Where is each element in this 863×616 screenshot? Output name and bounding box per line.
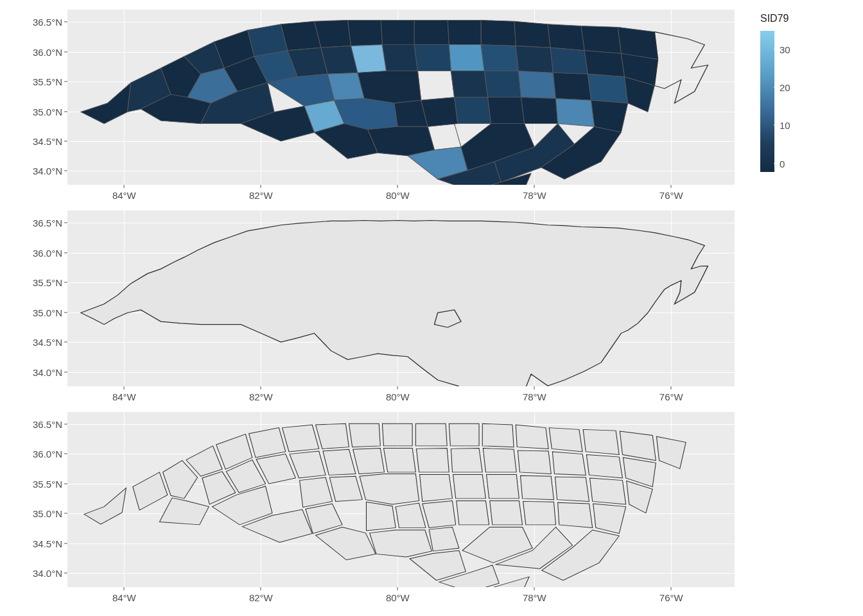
y-tick-label: 34.0°N — [33, 568, 62, 579]
legend-tick-label: 20 — [780, 82, 790, 93]
plot-area-1[interactable] — [67, 10, 735, 185]
y-tick-label: 36.0°N — [33, 46, 62, 57]
y-tick-label: 35.5°N — [33, 277, 62, 288]
y-tick-label: 34.0°N — [33, 166, 62, 176]
x-axis-2: 84°W 82°W 80°W 78°W 76°W — [13, 386, 735, 406]
x-tick-label: 76°W — [659, 592, 683, 603]
x-tick-label: 82°W — [249, 391, 273, 402]
y-axis-2: 36.5°N 36.0°N 35.5°N 35.0°N 34.5°N 34.0°… — [13, 210, 67, 386]
x-tick-label: 84°W — [112, 190, 136, 201]
y-tick-label: 36.5°N — [33, 17, 62, 28]
y-tick-label: 36.0°N — [33, 449, 62, 459]
legend: SID79 30 20 10 0 — [735, 10, 850, 606]
y-tick-label: 34.5°N — [33, 538, 62, 549]
panel-outline: 36.5°N 36.0°N 35.5°N 35.0°N 34.5°N 34.0°… — [13, 210, 735, 405]
panel-stack: 36.5°N 36.0°N 35.5°N 35.0°N 34.5°N 34.0°… — [13, 10, 735, 606]
x-tick-label: 76°W — [659, 391, 683, 402]
legend-title: SID79 — [760, 13, 850, 24]
x-tick-label: 76°W — [659, 190, 683, 201]
legend-colorbar — [760, 31, 774, 172]
choropleth-map — [67, 10, 735, 185]
x-tick-label: 78°W — [523, 190, 546, 201]
y-tick-label: 36.5°N — [33, 218, 62, 228]
x-tick-label: 78°W — [523, 592, 546, 603]
y-tick-label: 35.0°N — [33, 508, 62, 519]
x-tick-label: 80°W — [386, 190, 410, 201]
x-axis-1: 84°W 82°W 80°W 78°W 76°W — [13, 185, 735, 204]
legend-tick-label: 30 — [780, 44, 790, 55]
y-tick-label: 34.0°N — [33, 366, 62, 377]
x-tick-label: 80°W — [386, 592, 410, 603]
simplified-map — [67, 412, 735, 587]
y-tick-label: 36.5°N — [33, 418, 62, 429]
x-tick-label: 84°W — [112, 391, 136, 402]
panel-choropleth: 36.5°N 36.0°N 35.5°N 35.0°N 34.5°N 34.0°… — [13, 10, 735, 204]
x-tick-label: 78°W — [523, 391, 546, 402]
y-tick-label: 35.5°N — [33, 478, 62, 489]
plot-area-2[interactable] — [67, 210, 735, 386]
x-tick-label: 82°W — [249, 190, 273, 201]
y-axis-3: 36.5°N 36.0°N 35.5°N 35.0°N 34.5°N 34.0°… — [13, 412, 67, 587]
legend-tick-label: 10 — [780, 120, 790, 131]
y-tick-label: 34.5°N — [33, 135, 62, 146]
y-tick-label: 35.5°N — [33, 76, 62, 87]
legend-tick-label: 0 — [780, 158, 785, 169]
y-tick-label: 35.0°N — [33, 307, 62, 318]
y-tick-label: 35.0°N — [33, 106, 62, 117]
y-axis-1: 36.5°N 36.0°N 35.5°N 35.0°N 34.5°N 34.0°… — [13, 10, 67, 185]
outline-map — [67, 210, 735, 386]
plot-area-3[interactable] — [67, 412, 735, 587]
x-tick-label: 80°W — [386, 391, 410, 402]
y-tick-label: 36.0°N — [33, 247, 62, 258]
panel-simplified: 36.5°N 36.0°N 35.5°N 35.0°N 34.5°N 34.0°… — [13, 412, 735, 606]
x-tick-label: 84°W — [112, 592, 136, 603]
y-tick-label: 34.5°N — [33, 337, 62, 348]
x-axis-3: 84°W 82°W 80°W 78°W 76°W — [13, 587, 735, 606]
x-tick-label: 82°W — [249, 592, 273, 603]
